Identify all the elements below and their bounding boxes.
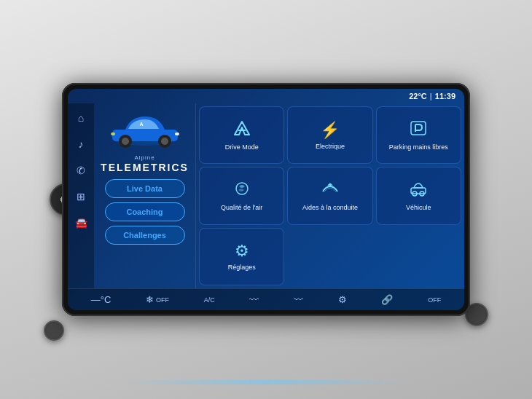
screen-display: 22°C | 11:39 ⌂ ♪ ✆ ⊞ 🚘 — [68, 89, 464, 310]
sidebar-home[interactable]: ⌂ — [71, 108, 91, 128]
coaching-button[interactable]: Coaching — [105, 202, 185, 221]
drive-mode-icon — [233, 120, 251, 141]
vehicule-label: Véhicule — [406, 204, 431, 213]
live-data-button[interactable]: Live Data — [105, 179, 185, 198]
parking-label: Parking mains libres — [389, 143, 448, 152]
reglages-icon: ⚙ — [235, 242, 249, 261]
power-off-button[interactable]: OFF — [428, 296, 441, 304]
drive-mode-cell[interactable]: Drive Mode — [199, 106, 284, 164]
telemetrics-title: TELEMETRICS — [101, 162, 189, 173]
seat-heat-left[interactable]: 〰 — [249, 294, 259, 305]
svg-rect-10 — [411, 122, 426, 135]
screen-bezel: 22°C | 11:39 ⌂ ♪ ✆ ⊞ 🚘 — [62, 83, 470, 316]
ac-button[interactable]: A/C — [204, 296, 215, 304]
fan-icon: ❄ — [146, 294, 154, 305]
qualite-air-label: Qualité de l'air — [221, 204, 262, 213]
main-content-area: ⌂ ♪ ✆ ⊞ 🚘 — [68, 103, 464, 288]
temp-icon: —°C — [91, 294, 112, 305]
sidebar-car[interactable]: 🚘 — [71, 213, 91, 233]
status-bar: 22°C | 11:39 — [68, 89, 464, 103]
reglages-label: Réglages — [228, 264, 256, 272]
svg-point-11 — [236, 183, 248, 194]
alpine-brand-label: Alpine — [134, 154, 154, 161]
empty-cell-1 — [287, 228, 372, 285]
settings-icon: ⚙ — [338, 294, 347, 305]
ambient-light-strip — [120, 380, 412, 384]
temp-control[interactable]: —°C — [91, 294, 112, 305]
car-illustration: A — [105, 108, 185, 151]
aides-conduite-label: Aides à la conduite — [302, 204, 358, 213]
svg-point-3 — [122, 138, 129, 145]
sidebar: ⌂ ♪ ✆ ⊞ 🚘 — [68, 103, 94, 288]
drive-mode-label: Drive Mode — [225, 143, 259, 152]
qualite-air-cell[interactable]: Qualité de l'air — [199, 167, 284, 224]
parking-cell[interactable]: Parking mains libres — [376, 106, 461, 164]
reglages-cell[interactable]: ⚙ Réglages — [199, 228, 284, 285]
sidebar-apps[interactable]: ⊞ — [71, 186, 91, 207]
aides-conduite-cell[interactable]: Aides à la conduite — [287, 167, 372, 224]
left-knob[interactable] — [44, 320, 64, 341]
telemetrics-panel: A Alpine TELEMETRICS Live Data Coaching … — [94, 103, 196, 288]
qualite-air-icon — [233, 181, 251, 201]
challenges-button[interactable]: Challenges — [105, 226, 185, 245]
bottom-control-bar: —°C ❄ OFF A/C 〰 〰 ⚙ 🔗 — [68, 288, 464, 310]
sidebar-phone[interactable]: ✆ — [71, 160, 91, 181]
empty-cell-2 — [376, 228, 461, 285]
electrique-icon: ⚡ — [320, 121, 340, 140]
seat-heat-right[interactable]: 〰 — [294, 294, 303, 305]
settings-control[interactable]: ⚙ — [338, 294, 347, 305]
aides-conduite-icon — [321, 181, 339, 201]
time-display: 11:39 — [435, 92, 455, 100]
seat-heat-right-icon: 〰 — [294, 294, 303, 305]
vehicule-icon — [409, 181, 428, 201]
svg-rect-7 — [111, 133, 115, 135]
link-icon: 🔗 — [381, 294, 393, 305]
power-off-label: OFF — [428, 296, 441, 304]
temperature-display: 22°C — [409, 92, 427, 100]
svg-rect-6 — [175, 133, 179, 135]
electrique-label: Electrique — [316, 143, 345, 151]
electrique-cell[interactable]: ⚡ Electrique — [287, 106, 372, 164]
sidebar-music[interactable]: ♪ — [71, 134, 91, 154]
connectivity-button[interactable]: 🔗 — [381, 294, 393, 305]
vehicule-cell[interactable]: Véhicule — [376, 167, 461, 224]
svg-text:A: A — [139, 122, 143, 127]
dashboard-background: ⏻ 22°C | 11:39 ⌂ ♪ ✆ ⊞ 🚘 — [0, 0, 532, 399]
ac-label: A/C — [204, 296, 215, 304]
seat-heat-left-icon: 〰 — [249, 294, 259, 305]
parking-icon — [410, 120, 427, 141]
status-divider: | — [430, 92, 432, 100]
feature-grid: Drive Mode ⚡ Electrique Park — [196, 103, 464, 288]
svg-point-5 — [161, 138, 168, 145]
fan-label: OFF — [156, 296, 169, 304]
fan-control[interactable]: ❄ OFF — [146, 294, 169, 305]
car-image: A — [105, 108, 185, 151]
